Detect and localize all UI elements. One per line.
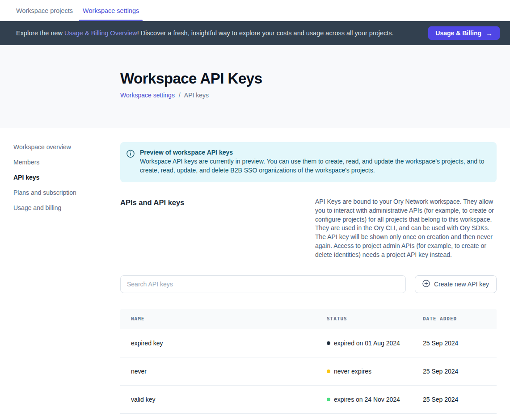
- banner-text-before: Explore the new: [16, 29, 64, 37]
- breadcrumb-workspace-settings-link[interactable]: Workspace settings: [120, 92, 175, 99]
- usage-billing-button[interactable]: Usage & Billing →: [428, 26, 500, 40]
- table-row: valid key expires on 24 Nov 2024 25 Sep …: [120, 386, 497, 414]
- column-header-status: STATUS: [327, 316, 423, 322]
- api-key-status: never expires: [327, 368, 423, 375]
- breadcrumb-current: API keys: [184, 92, 209, 99]
- usage-billing-banner: Explore the new Usage & Billing Overview…: [0, 21, 510, 45]
- status-text: never expires: [334, 368, 371, 375]
- api-key-date-added: 25 Sep 2024: [423, 340, 479, 347]
- row-actions: [479, 338, 510, 349]
- create-api-key-label: Create new API key: [434, 281, 489, 288]
- preview-callout: Preview of workspace API keys Workspace …: [120, 142, 497, 182]
- table-row: expired key expired on 01 Aug 2024 25 Se…: [120, 329, 497, 357]
- api-key-date-added: 25 Sep 2024: [423, 368, 479, 375]
- api-key-name: never: [120, 368, 327, 375]
- usage-billing-button-label: Usage & Billing: [435, 29, 481, 37]
- table-header: NAME STATUS DATE ADDED: [120, 309, 497, 329]
- sidebar-item-usage-and-billing[interactable]: Usage and billing: [13, 204, 120, 211]
- banner-text: Explore the new Usage & Billing Overview…: [16, 29, 428, 37]
- api-key-status: expires on 24 Nov 2024: [327, 396, 423, 403]
- plus-circle-icon: [422, 280, 430, 289]
- row-actions: [479, 366, 510, 377]
- column-header-name: NAME: [120, 316, 327, 322]
- tab-workspace-settings[interactable]: Workspace settings: [79, 0, 143, 21]
- section-description: API Keys are bound to your Ory Network w…: [315, 197, 497, 260]
- sidebar-item-plans-and-subscription[interactable]: Plans and subscription: [13, 189, 120, 196]
- row-actions: [479, 394, 510, 405]
- info-circle-icon: [126, 150, 135, 175]
- main-panel: Preview of workspace API keys Workspace …: [120, 128, 497, 414]
- sidebar-item-api-keys[interactable]: API keys: [13, 174, 120, 181]
- banner-text-after: ! Discover a fresh, insightful way to ex…: [137, 29, 394, 37]
- api-keys-table: NAME STATUS DATE ADDED expired key expir…: [120, 309, 497, 414]
- tab-label: Workspace projects: [16, 7, 73, 14]
- top-nav: Workspace projects Workspace settings: [0, 0, 510, 21]
- sidebar-item-members[interactable]: Members: [13, 159, 120, 166]
- api-key-name: expired key: [120, 340, 327, 347]
- callout-title: Preview of workspace API keys: [140, 149, 489, 156]
- banner-usage-billing-link[interactable]: Usage & Billing Overview: [64, 29, 137, 37]
- section-heading: APIs and API keys: [120, 197, 184, 260]
- content-area: Workspace overview Members API keys Plan…: [0, 128, 510, 414]
- settings-sidebar: Workspace overview Members API keys Plan…: [0, 128, 120, 414]
- breadcrumb-separator: /: [179, 92, 181, 99]
- page-title: Workspace API Keys: [120, 70, 510, 87]
- api-key-controls: Create new API key: [120, 275, 497, 293]
- apis-section: APIs and API keys API Keys are bound to …: [120, 197, 497, 260]
- status-text: expired on 01 Aug 2024: [334, 340, 400, 347]
- column-header-date-added: DATE ADDED: [423, 316, 479, 322]
- page-header: Workspace API Keys Workspace settings / …: [0, 45, 510, 128]
- status-text: expires on 24 Nov 2024: [334, 396, 400, 403]
- status-dot-icon: [327, 341, 330, 345]
- tab-label: Workspace settings: [83, 7, 139, 14]
- sidebar-item-workspace-overview[interactable]: Workspace overview: [13, 143, 120, 151]
- api-key-status: expired on 01 Aug 2024: [327, 340, 423, 347]
- table-row: never never expires 25 Sep 2024: [120, 357, 497, 386]
- api-key-name: valid key: [120, 396, 327, 403]
- status-dot-icon: [327, 370, 330, 373]
- callout-content: Preview of workspace API keys Workspace …: [140, 149, 489, 175]
- arrow-right-icon: →: [486, 29, 493, 37]
- api-key-date-added: 25 Sep 2024: [423, 396, 479, 403]
- search-input[interactable]: [120, 275, 406, 293]
- callout-body: Workspace API keys are currently in prev…: [140, 157, 489, 175]
- breadcrumb: Workspace settings / API keys: [120, 92, 510, 99]
- status-dot-icon: [327, 398, 330, 401]
- tab-workspace-projects[interactable]: Workspace projects: [13, 0, 76, 21]
- active-tab-underline: [79, 20, 143, 21]
- create-api-key-button[interactable]: Create new API key: [415, 275, 497, 293]
